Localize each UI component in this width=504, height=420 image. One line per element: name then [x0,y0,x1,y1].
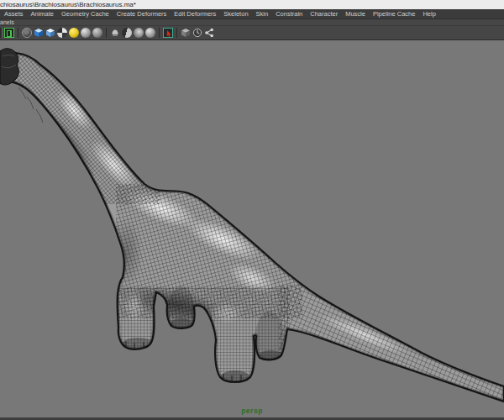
panel-menu-row: anels [0,18,504,25]
window-title: chiosaurus\Brachiosaurus\Brachiosaurus.m… [0,1,136,8]
perspective-viewport[interactable]: persp [0,39,504,420]
checker-sphere-icon[interactable] [57,28,67,38]
multisample-sphere-icon[interactable] [145,28,155,38]
menu-help[interactable]: Help [419,10,438,18]
menu-animate[interactable]: Animate [28,10,58,18]
menu-character[interactable]: Character [307,10,341,18]
menu-skin[interactable]: Skin [253,10,272,18]
menu-create-deformers[interactable]: Create Deformers [113,10,171,18]
menu-panels-partial[interactable]: anels [0,19,14,25]
cut-off-icon [0,28,3,38]
shaded-cube-icon[interactable] [34,28,44,38]
all-lights-icon[interactable] [69,28,79,38]
panel-toolbar [0,25,504,39]
wireframe-sphere-icon[interactable] [22,28,32,38]
no-lights-sphere-icon[interactable] [92,28,102,38]
panel-layout-icon[interactable] [4,28,14,38]
toolbar-separator [176,28,177,38]
toolbar-separator [159,28,160,38]
shadows-lamp-icon[interactable] [110,28,120,38]
window-titlebar: chiosaurus\Brachiosaurus\Brachiosaurus.m… [0,0,504,9]
menu-skeleton[interactable]: Skeleton [220,10,251,18]
camera-name-label: persp [0,407,504,415]
menu-pipeline-cache[interactable]: Pipeline Cache [370,10,418,18]
ao-sphere-icon[interactable] [122,28,132,38]
node-share-icon[interactable] [204,28,214,38]
textured-cube-icon[interactable] [45,28,55,38]
viewport-canvas[interactable] [0,40,504,420]
menu-edit-deformers[interactable]: Edit Deformers [171,10,219,18]
main-menu-bar: Assets Animate Geometry Cache Create Def… [0,9,504,18]
isolate-select-icon[interactable] [163,28,173,38]
menu-assets[interactable]: Assets [1,10,27,18]
menu-geometry-cache[interactable]: Geometry Cache [58,10,113,18]
toolbar-separator [106,28,107,38]
half-shade-sphere-icon[interactable] [134,28,144,38]
exposure-clock-icon[interactable] [192,28,202,38]
toolbar-separator [18,28,18,38]
flat-light-sphere-icon[interactable] [81,28,91,38]
menu-constrain[interactable]: Constrain [272,10,306,18]
menu-muscle[interactable]: Muscle [342,10,369,18]
xray-cube-icon[interactable] [181,28,191,38]
